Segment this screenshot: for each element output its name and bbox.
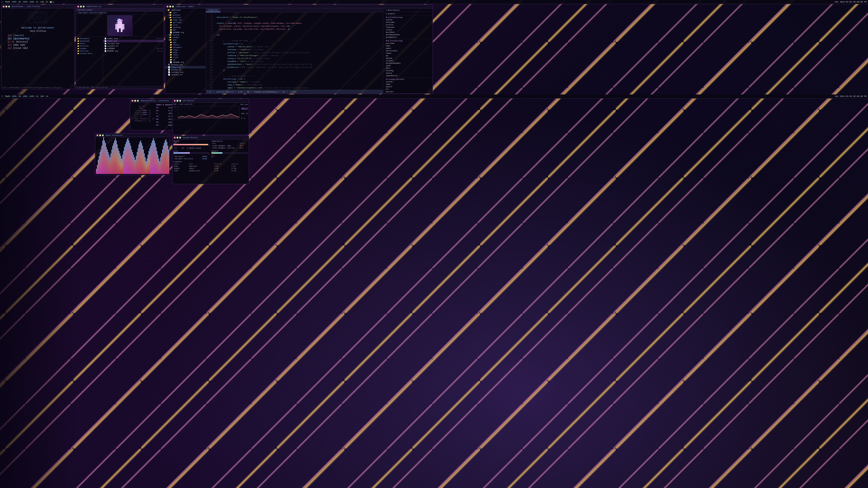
tree-hardware[interactable]: 📁 hardware — [165, 46, 206, 48]
right-nixpkgs-patches[interactable]: patches — [384, 90, 432, 93]
file-item-flake-nix[interactable]: 📄 flake.nix 2.7 K — [103, 40, 164, 42]
right-fontpkg[interactable]: fontPkg — [384, 69, 432, 72]
file-item-install-org[interactable]: 📄 install.org — [103, 42, 164, 45]
right-wm[interactable]: wm — [384, 55, 432, 57]
tree-wsl[interactable]: 📁 wsl — [165, 29, 206, 31]
tree-worklab[interactable]: 📁 worklab — [165, 26, 206, 29]
right-grubdevice[interactable]: grubDevice — [384, 36, 432, 38]
right-nixpkgs-editor[interactable]: editor — [384, 86, 432, 88]
right-name[interactable]: name — [384, 44, 432, 47]
right-theme[interactable]: theme — [384, 52, 432, 55]
tree-git[interactable]: ▶ 📁 .git — [165, 11, 206, 14]
tree-wm[interactable]: 📁 wm — [165, 59, 206, 61]
tree-install-org[interactable]: 📄 install.org — [165, 71, 206, 73]
sysmon-max-btn[interactable] — [179, 137, 181, 138]
tree-work[interactable]: 📁 work — [165, 24, 206, 26]
right-term[interactable]: term — [384, 64, 432, 67]
tree-patches[interactable]: ▶ 📁 patches — [165, 14, 206, 16]
right-system[interactable]: system — [384, 19, 432, 21]
neofetch-close-btn[interactable] — [131, 100, 133, 102]
right-bootmountpath[interactable]: bootMountPath — [384, 33, 432, 36]
right-browser[interactable]: browser — [384, 59, 432, 62]
qute-link-history[interactable]: [s h] [History] — [8, 41, 72, 43]
neofetch-max-btn[interactable] — [137, 100, 139, 102]
tree-system[interactable]: ▶ 📁 system — [165, 34, 206, 36]
tree-editor[interactable]: 📁 editor — [165, 43, 206, 46]
tree-pkgs[interactable]: 📁 pkgs — [165, 51, 206, 54]
audio-min-btn[interactable] — [99, 134, 101, 136]
neofetch-min-btn[interactable] — [134, 100, 136, 102]
file-sidebar-item-music[interactable]: 📁 Music — [76, 42, 103, 45]
file-sidebar-item-pictures[interactable]: 📁 Pictures — [76, 45, 103, 47]
right-editor[interactable]: editor — [384, 72, 432, 74]
code-max-btn[interactable] — [172, 6, 174, 7]
right-item-user-settings[interactable]: ▼ ⊞ userSettings — [384, 39, 432, 42]
file-close-btn[interactable] — [77, 6, 79, 7]
right-item-nixpkgs[interactable]: ⊞ nixpkgs-patched — [384, 78, 432, 80]
tree-harden-sh[interactable]: 📄 harden.sh — [165, 68, 206, 71]
tree-desktop-png[interactable]: 🖼 desktop.png — [165, 64, 206, 66]
code-text[interactable]: description = "Flake of LibrePhoenix"; o… — [213, 12, 383, 90]
right-nixpkgs-src[interactable]: src — [384, 88, 432, 90]
right-item-outputs[interactable]: ▶ outputs — [384, 12, 432, 15]
right-profile[interactable]: profile — [384, 24, 432, 26]
right-email[interactable]: email — [384, 47, 432, 50]
right-nixpkgs-system[interactable]: system — [384, 80, 432, 83]
qute-link-quickmarks[interactable]: [b] [Quickmarks] — [8, 37, 72, 40]
tree-shell[interactable]: 📁 shell — [165, 54, 206, 56]
audio-close-btn[interactable] — [96, 134, 98, 136]
right-defaultroamdir[interactable]: defaultRoamDir — [384, 62, 432, 64]
sysmon-close-btn[interactable] — [174, 137, 176, 138]
right-username[interactable]: username — [384, 42, 432, 44]
cpu-max-btn[interactable] — [179, 100, 181, 102]
right-hostname[interactable]: hostname — [384, 21, 432, 24]
right-item-description[interactable]: ▶ description — [384, 9, 432, 11]
tree-app[interactable]: 📁 app — [165, 41, 206, 43]
tree-readme-user[interactable]: 📄 README.org — [165, 61, 206, 64]
file-sidebar-item-octave[interactable]: 📁 octave-work... — [76, 52, 103, 55]
code-tab-flake[interactable]: flake.nix — [206, 8, 220, 12]
tree-themes[interactable]: ▶ 📁 themes — [165, 36, 206, 39]
tree-homelab[interactable]: 📁 home lab — [165, 19, 206, 21]
qute-link-closetab[interactable]: [x] [Close tab] — [8, 47, 72, 50]
tree-lang[interactable]: 📁 lang — [165, 48, 206, 51]
tree-user[interactable]: ▼ 📁 user — [165, 39, 206, 41]
right-spawnedit[interactable]: spawnEditor — [384, 74, 432, 77]
qute-min-btn[interactable] — [5, 6, 7, 7]
tree-personal[interactable]: 📁 personal — [165, 21, 206, 24]
tree-profiles[interactable]: ▼ 📁 profiles — [165, 16, 206, 19]
right-timezone[interactable]: timezone — [384, 26, 432, 29]
tree-root[interactable]: ▼ 📁 .dotfiles — [165, 9, 206, 11]
file-item-license[interactable]: 📄 LICENSE 34.2 K — [103, 47, 164, 50]
tree-style[interactable]: 📁 style — [165, 56, 206, 59]
right-dotfilesdir[interactable]: dotfilesDir — [384, 50, 432, 52]
tree-install-sh[interactable]: 📄 install.sh — [165, 73, 206, 76]
qute-max-btn[interactable] — [8, 6, 10, 7]
audio-max-btn[interactable] — [102, 134, 104, 136]
qute-link-newtab[interactable]: [t] [New tab] — [8, 44, 72, 46]
file-min-btn[interactable] — [80, 6, 82, 7]
right-wmtype[interactable]: wmType — [384, 57, 432, 59]
qute-link-search[interactable]: [o] [Search] — [8, 34, 72, 37]
file-item-readme[interactable]: 📄 README.org 5.5 K — [103, 50, 164, 52]
code-close-btn[interactable] — [166, 6, 168, 7]
tree-flake-nix[interactable]: 📄 flake.nix — [165, 66, 206, 68]
right-item-system-settings[interactable]: ▼ systemSettings — [384, 16, 432, 19]
file-max-btn[interactable] — [83, 6, 85, 7]
right-locale[interactable]: locale — [384, 29, 432, 31]
cpu-close-btn[interactable] — [174, 100, 176, 102]
sysmon-min-btn[interactable] — [177, 137, 178, 138]
file-item-install-sh[interactable]: 📄 install.sh — [103, 45, 164, 47]
file-sidebar-item-documents[interactable]: 📁 Documents — [76, 37, 103, 40]
file-item-flake-lock[interactable]: 📄 flake.lock 27.5 K — [103, 37, 164, 40]
right-nixpkgs-name[interactable]: name — [384, 83, 432, 86]
right-font[interactable]: font — [384, 67, 432, 69]
file-sidebar-item-themes[interactable]: 📁 themes — [76, 47, 103, 50]
tree-readme-profiles[interactable]: 📄 README.org — [165, 31, 206, 34]
cpu-min-btn[interactable] — [177, 100, 178, 102]
file-sidebar-item-external[interactable]: 📁 External — [76, 50, 103, 52]
file-sidebar-item-downloads[interactable]: 📁 Downloads — [76, 40, 103, 42]
right-bootmode[interactable]: bootMode — [384, 31, 432, 33]
code-min-btn[interactable] — [169, 6, 171, 7]
qute-close-btn[interactable] — [3, 6, 4, 7]
